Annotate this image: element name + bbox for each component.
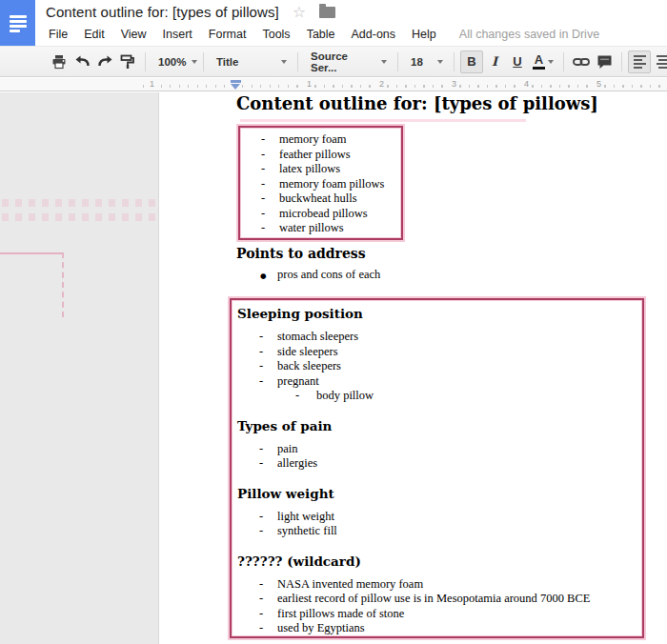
menu-view[interactable]: View <box>118 26 150 43</box>
list-item[interactable]: -earliest record of pillow use is in Mes… <box>232 592 642 607</box>
points-heading[interactable]: Points to address <box>236 246 366 261</box>
comment-icon <box>596 54 613 69</box>
section-heading-wildcard[interactable]: ?????? (wildcard) <box>237 553 642 570</box>
toolbar-separator <box>297 52 298 71</box>
italic-button[interactable]: I <box>483 50 506 73</box>
list-item[interactable]: -water pillows <box>240 221 401 236</box>
chevron-down-icon <box>548 60 554 64</box>
ruler-number: 1 <box>148 79 156 89</box>
undo-button[interactable] <box>71 50 93 73</box>
paint-format-button[interactable] <box>116 50 139 73</box>
annotation-box-pillow-types: -memory foam -feather pillows -latex pil… <box>238 126 403 240</box>
list-item[interactable]: -stomach sleepers <box>232 330 642 345</box>
pillow-types-list: -memory foam -feather pillows -latex pil… <box>240 132 401 236</box>
list-item[interactable]: -NASA invented memory foam <box>232 577 642 593</box>
ghost-artifact <box>0 252 64 317</box>
list-item[interactable]: -side sleepers <box>232 345 642 360</box>
list-item[interactable]: -first pillows made of stone <box>232 607 642 622</box>
bullet-list-item[interactable]: ● pros and cons of each <box>159 268 667 283</box>
ruler-number: 3 <box>450 79 458 89</box>
document-page[interactable]: Content outline for: [types of pillows] … <box>158 92 667 644</box>
list-item[interactable]: -pregnant <box>232 374 642 390</box>
toolbar-separator <box>397 52 398 71</box>
google-docs-window: Content outline for: [types of pillows] … <box>0 0 667 644</box>
section-heading-types-of-pain[interactable]: Types of pain <box>237 418 642 434</box>
ruler-number: 5 <box>595 79 603 89</box>
list-item[interactable]: -synthetic fill <box>232 524 642 539</box>
nested-list-item[interactable]: -body pillow <box>232 389 642 404</box>
menubar: File Edit View Insert Format Tools Table… <box>46 26 599 43</box>
list-item[interactable]: -back sleepers <box>232 359 642 374</box>
page-title[interactable]: Content outline for: [types of pillows] <box>236 93 598 113</box>
menu-file[interactable]: File <box>46 26 71 43</box>
zoom-select[interactable]: 100% <box>152 50 197 73</box>
chevron-down-icon <box>381 60 387 64</box>
toolbar-separator <box>621 52 622 71</box>
save-status: All changes saved in Drive <box>459 28 599 41</box>
redo-button[interactable] <box>93 50 116 73</box>
list-item[interactable]: -used by Egyptians <box>232 621 642 636</box>
list-item[interactable]: -allergies <box>232 456 642 472</box>
docs-logo-icon[interactable] <box>0 0 35 47</box>
underline-button[interactable]: U <box>506 50 529 73</box>
text-color-swatch <box>533 67 545 70</box>
undo-icon <box>74 54 91 69</box>
ruler-ticks <box>143 85 667 88</box>
menu-help[interactable]: Help <box>409 26 439 43</box>
list-item[interactable]: -pain <box>232 442 642 457</box>
menu-addons[interactable]: Add-ons <box>349 26 399 43</box>
print-icon <box>51 54 67 70</box>
paint-roller-icon <box>120 54 135 70</box>
toolbar-separator <box>145 52 146 71</box>
wildcard-list: -NASA invented memory foam -earliest rec… <box>232 577 642 636</box>
align-left-button[interactable] <box>628 50 651 73</box>
menu-table[interactable]: Table <box>304 26 338 43</box>
sleeping-position-list: -stomach sleepers -side sleepers -back s… <box>232 330 642 404</box>
text-color-button[interactable]: A <box>529 50 557 73</box>
list-item[interactable]: -latex pillows <box>240 162 401 177</box>
annotation-box-outline: Sleeping position -stomach sleepers -sid… <box>230 298 644 638</box>
section-heading-pillow-weight[interactable]: Pillow weight <box>237 486 642 502</box>
toolbar-separator <box>454 52 455 71</box>
section-heading-sleeping-position[interactable]: Sleeping position <box>237 306 642 322</box>
ruler-number: 4 <box>522 79 531 89</box>
list-item[interactable]: -light weight <box>232 510 642 525</box>
list-item[interactable]: -buckwheat hulls <box>240 191 401 207</box>
star-icon[interactable]: ☆ <box>293 5 306 20</box>
toolbar-separator <box>563 52 564 71</box>
link-icon <box>573 56 590 68</box>
menu-format[interactable]: Format <box>206 26 250 43</box>
ruler: 1 1 2 3 4 5 <box>0 78 667 91</box>
indent-marker[interactable] <box>231 80 241 90</box>
list-item[interactable]: -microbead pillows <box>240 207 401 222</box>
bullet-marker: ● <box>260 272 267 280</box>
ruler-number: 1 <box>305 79 313 89</box>
redo-icon <box>97 54 113 69</box>
align-center-button[interactable] <box>651 50 667 73</box>
bold-button[interactable]: B <box>460 50 483 73</box>
font-family-select[interactable]: Source Ser... <box>304 50 392 73</box>
toolbar-separator <box>203 52 204 71</box>
menu-tools[interactable]: Tools <box>259 26 293 43</box>
titlebar: Content outline for: [types of pillows] … <box>0 0 667 46</box>
list-item[interactable]: -memory foam pillows <box>240 177 401 192</box>
align-center-icon <box>657 55 667 69</box>
ruler-number: 2 <box>377 79 386 89</box>
ghost-artifact <box>240 119 526 122</box>
document-canvas: Content outline for: [types of pillows] … <box>0 92 667 644</box>
insert-link-button[interactable] <box>570 50 593 73</box>
chevron-down-icon <box>281 60 287 64</box>
document-title[interactable]: Content outline for: [types of pillows] <box>46 4 279 20</box>
chevron-down-icon <box>192 60 197 64</box>
toolbar: 100% Title Source Ser... 18 B I U <box>0 46 667 77</box>
list-item[interactable]: -feather pillows <box>240 148 401 163</box>
paragraph-style-select[interactable]: Title <box>210 50 292 73</box>
insert-comment-button[interactable] <box>593 50 616 73</box>
menu-edit[interactable]: Edit <box>81 26 108 43</box>
chevron-down-icon <box>437 60 443 64</box>
font-size-select[interactable]: 18 <box>404 50 448 73</box>
menu-insert[interactable]: Insert <box>160 26 195 43</box>
folder-icon[interactable] <box>319 7 335 18</box>
list-item[interactable]: -memory foam <box>240 132 401 148</box>
print-button[interactable] <box>48 50 71 73</box>
